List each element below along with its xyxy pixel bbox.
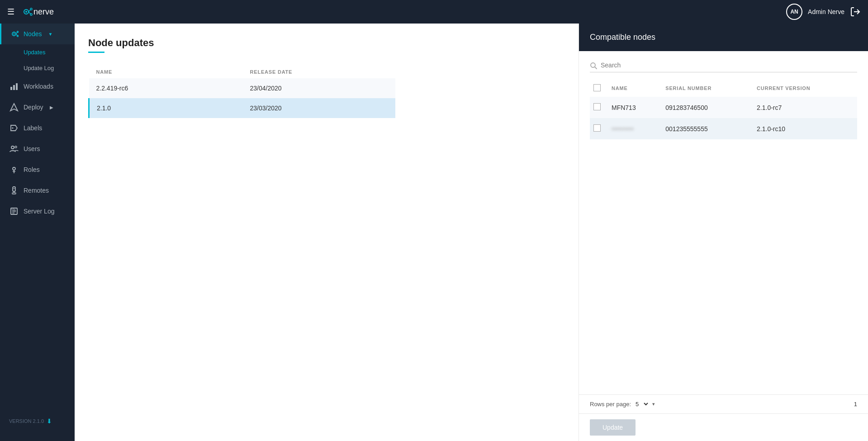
sidebar-item-remotes-label: Remotes — [24, 187, 49, 194]
sidebar-item-roles-label: Roles — [24, 166, 40, 173]
logout-icon[interactable] — [850, 6, 861, 18]
sidebar-item-nodes-label: Nodes — [24, 30, 42, 38]
sidebar-item-labels[interactable]: Labels — [0, 118, 75, 138]
hamburger-icon[interactable]: ☰ — [7, 7, 14, 17]
title-underline — [88, 52, 104, 53]
svg-point-19 — [15, 146, 17, 148]
col-name: NAME — [89, 66, 243, 78]
search-icon — [590, 61, 597, 69]
update-release-date: 23/04/2020 — [243, 78, 395, 98]
sidebar: Nodes ▼ Updates Update Log Workloads — [0, 24, 75, 441]
sidebar-item-workloads-label: Workloads — [24, 83, 53, 90]
compatible-header: Compatible nodes — [579, 24, 868, 51]
sidebar-subitem-updates[interactable]: Updates — [0, 44, 75, 60]
update-name: 2.1.0 — [89, 98, 243, 118]
row-checkbox-cell — [590, 97, 608, 118]
search-input[interactable] — [601, 62, 857, 69]
update-release-date: 23/03/2020 — [243, 98, 395, 118]
svg-point-1 — [25, 11, 27, 13]
update-button-row: Update — [579, 413, 868, 441]
node-version: 2.1.0-rc7 — [753, 97, 857, 118]
version-info: VERSION 2.1.0 ⬇ — [0, 410, 75, 432]
rows-per-page: Rows per page: 5 10 25 ▾ — [590, 400, 655, 408]
node-name-cell: MFN713 — [608, 97, 662, 118]
remotes-icon — [9, 186, 19, 195]
rows-per-page-select[interactable]: 5 10 25 — [634, 400, 650, 408]
sidebar-item-deploy[interactable]: Deploy ▶ — [0, 97, 75, 118]
user-avatar: AN — [786, 4, 802, 20]
sidebar-item-users-label: Users — [24, 145, 40, 152]
user-name-label: Admin Nerve — [808, 8, 844, 15]
table-footer: Rows per page: 5 10 25 ▾ 1 — [579, 394, 868, 413]
table-row: •••••••••• 001235555555 2.1.0-rc10 — [590, 118, 857, 139]
rows-per-page-label: Rows per page: — [590, 401, 631, 408]
node-serial: 001235555555 — [662, 118, 753, 139]
col-checkbox — [590, 80, 608, 97]
sidebar-item-serverlog[interactable]: LOG Server Log — [0, 201, 75, 222]
svg-text:LOG: LOG — [10, 208, 15, 210]
sidebar-item-nodes[interactable]: Nodes ▼ — [0, 24, 75, 44]
topbar: ☰ nerve AN Admin Nerve — [0, 0, 868, 24]
page-title: Node updates — [88, 37, 565, 49]
sidebar-item-workloads[interactable]: Workloads — [0, 76, 75, 97]
content-area: Node updates NAME RELEASE DATE 2.2.419-r… — [75, 24, 868, 441]
col-release-date: RELEASE DATE — [243, 66, 395, 78]
svg-rect-16 — [16, 83, 18, 90]
table-row: MFN713 091283746500 2.1.0-rc7 — [590, 97, 857, 118]
node-name-cell: •••••••••• — [608, 118, 662, 139]
compatible-title: Compatible nodes — [590, 33, 655, 42]
main-layout: Nodes ▼ Updates Update Log Workloads — [0, 24, 868, 441]
sidebar-item-roles[interactable]: Roles — [0, 159, 75, 180]
col-serial: SERIAL NUMBER — [662, 80, 753, 97]
version-label: VERSION 2.1.0 — [9, 418, 44, 424]
row-checkbox[interactable] — [593, 103, 601, 110]
node-serial: 091283746500 — [662, 97, 753, 118]
svg-line-31 — [595, 67, 597, 69]
sidebar-item-deploy-label: Deploy — [24, 104, 43, 111]
table-row[interactable]: 2.2.419-rc6 23/04/2020 — [89, 78, 395, 98]
node-version: 2.1.0-rc10 — [753, 118, 857, 139]
svg-point-13 — [17, 35, 19, 37]
users-icon — [9, 144, 19, 153]
search-box — [590, 58, 857, 72]
chevron-down-icon: ▾ — [652, 401, 655, 407]
compatible-nodes-panel: Compatible nodes — [579, 24, 868, 441]
row-checkbox-cell — [590, 118, 608, 139]
svg-rect-24 — [12, 193, 16, 194]
updates-label: Updates — [24, 49, 45, 56]
updates-table: NAME RELEASE DATE 2.2.419-rc6 23/04/2020… — [88, 66, 396, 118]
serverlog-icon: LOG — [9, 207, 19, 216]
workloads-icon — [9, 82, 19, 91]
sidebar-item-users[interactable]: Users — [0, 138, 75, 159]
select-all-checkbox[interactable] — [593, 84, 601, 91]
user-initials: AN — [790, 9, 798, 15]
roles-icon — [9, 165, 19, 174]
svg-rect-15 — [13, 85, 15, 90]
topbar-right: AN Admin Nerve — [786, 4, 861, 20]
updatelog-label: Update Log — [24, 65, 54, 71]
nodes-arrow: ▼ — [48, 32, 52, 37]
sidebar-item-remotes[interactable]: Remotes — [0, 180, 75, 201]
nodes-table: NAME SERIAL NUMBER CURRENT VERSION MFN71… — [590, 80, 857, 139]
svg-point-3 — [30, 8, 32, 10]
svg-point-11 — [17, 31, 19, 33]
table-row[interactable]: 2.1.0 23/03/2020 — [89, 98, 395, 118]
row-checkbox[interactable] — [593, 124, 601, 132]
compatible-body: NAME SERIAL NUMBER CURRENT VERSION MFN71… — [579, 51, 868, 394]
svg-point-20 — [13, 167, 15, 170]
sidebar-item-serverlog-label: Server Log — [24, 208, 54, 215]
version-download-icon[interactable]: ⬇ — [47, 417, 52, 425]
main-content: Node updates NAME RELEASE DATE 2.2.419-r… — [75, 24, 579, 441]
sidebar-subitem-updatelog[interactable]: Update Log — [0, 60, 75, 76]
svg-point-18 — [11, 146, 14, 149]
topbar-left: ☰ nerve — [7, 5, 62, 19]
svg-point-22 — [14, 188, 14, 189]
labels-icon — [9, 123, 19, 133]
update-button[interactable]: Update — [590, 419, 636, 436]
col-node-name: NAME — [608, 80, 662, 97]
svg-rect-14 — [10, 87, 12, 90]
logo: nerve — [21, 5, 62, 19]
svg-point-5 — [30, 14, 32, 15]
svg-text:nerve: nerve — [33, 7, 54, 16]
svg-point-17 — [12, 128, 14, 129]
